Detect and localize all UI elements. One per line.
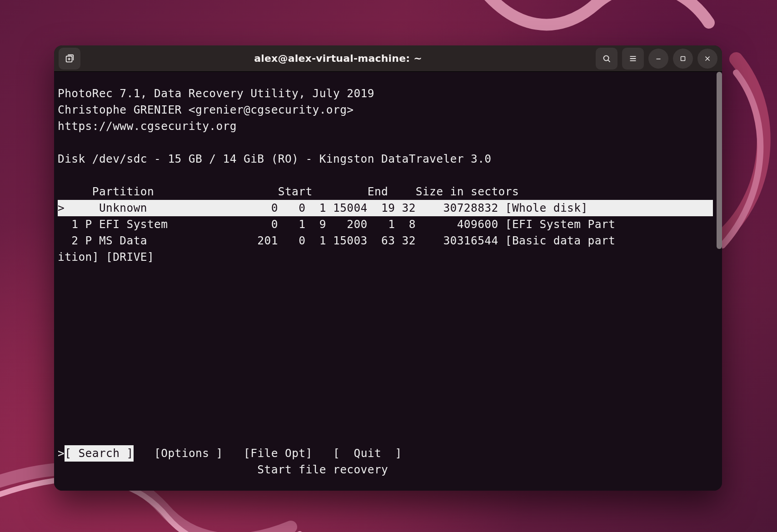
new-tab-button[interactable]: [59, 48, 80, 70]
maximize-button[interactable]: [673, 49, 693, 69]
menu-options[interactable]: [Options ]: [154, 445, 223, 462]
svg-rect-2: [681, 56, 685, 60]
menu-button[interactable]: [622, 48, 644, 70]
desktop-background: alex@alex-virtual-machine: ~: [0, 0, 777, 532]
menu-file-opt[interactable]: [File Opt]: [244, 445, 313, 462]
close-button[interactable]: [697, 49, 717, 69]
search-icon: [602, 54, 612, 64]
window-title: alex@alex-virtual-machine: ~: [254, 53, 422, 64]
disk-line: Disk /dev/sdc - 15 GB / 14 GiB (RO) - Ki…: [58, 151, 713, 167]
partition-row-whole-disk[interactable]: > Unknown 0 0 1 15004 19 32 30728832 [Wh…: [58, 200, 713, 216]
terminal-scrollbar[interactable]: [717, 72, 722, 491]
bottom-menu-row: >[ Search ] [Options ] [File Opt] [ Quit…: [58, 445, 713, 462]
minimize-button[interactable]: [648, 49, 668, 69]
svg-point-1: [604, 55, 609, 60]
partition-row-efi[interactable]: 1 P EFI System 0 1 9 200 1 8 409600 [EFI…: [58, 216, 713, 233]
search-button[interactable]: [596, 48, 618, 70]
close-icon: [703, 55, 712, 63]
blank-line: [58, 167, 713, 184]
terminal-window: alex@alex-virtual-machine: ~: [54, 45, 722, 491]
app-header-line-1: PhotoRec 7.1, Data Recovery Utility, Jul…: [58, 85, 713, 102]
scrollbar-thumb[interactable]: [717, 72, 722, 249]
terminal-body[interactable]: PhotoRec 7.1, Data Recovery Utility, Jul…: [54, 72, 722, 491]
hamburger-icon: [628, 54, 638, 64]
menu-quit[interactable]: [ Quit ]: [333, 445, 402, 462]
new-tab-icon: [65, 54, 75, 64]
app-header-line-3: https://www.cgsecurity.org: [58, 118, 713, 134]
partition-row-msdata-cont: ition] [DRIVE]: [58, 249, 713, 265]
partition-columns: Partition Start End Size in sectors: [58, 184, 713, 200]
menu-caret: >: [58, 445, 65, 462]
blank-line: [58, 134, 713, 151]
maximize-icon: [679, 55, 687, 63]
app-header-line-2: Christophe GRENIER <grenier@cgsecurity.o…: [58, 102, 713, 118]
menu-hint: Start file recovery: [58, 462, 713, 478]
terminal-output[interactable]: PhotoRec 7.1, Data Recovery Utility, Jul…: [54, 72, 717, 491]
window-titlebar[interactable]: alex@alex-virtual-machine: ~: [54, 45, 722, 72]
menu-search[interactable]: [ Search ]: [65, 445, 134, 462]
minimize-icon: [654, 55, 662, 63]
partition-row-msdata[interactable]: 2 P MS Data 201 0 1 15003 63 32 30316544…: [58, 233, 713, 249]
